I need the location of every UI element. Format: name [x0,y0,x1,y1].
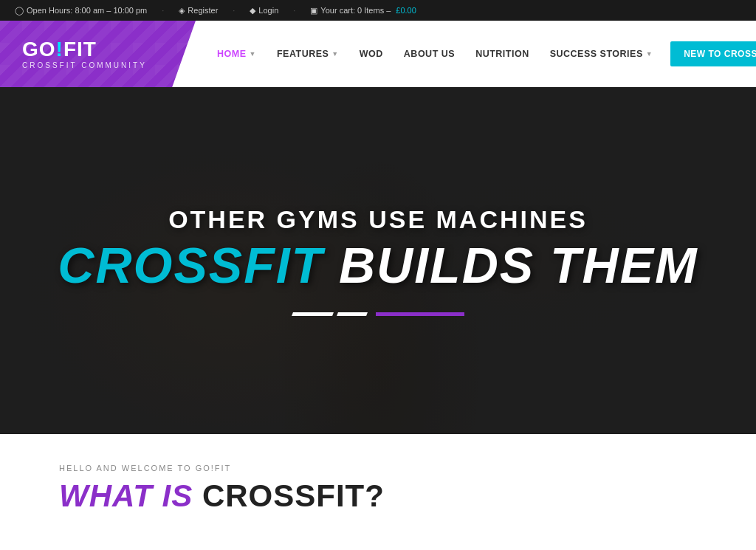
divider-slash-2 [337,312,368,316]
logo: GO!FIT CROSSFIT COMMUNITY [22,39,147,69]
welcome-heading-highlight: WHAT IS [59,478,193,513]
divider-bar [376,312,464,316]
nav-item-about[interactable]: ABOUT US [394,43,465,65]
hero-tagline: OTHER GYMS USE MACHINES [168,205,588,234]
cart-info[interactable]: ▣ Your cart: 0 Items – £0.00 [310,6,416,16]
nav-link-home[interactable]: HOME ▼ [207,43,267,65]
key-icon: ◆ [250,6,255,16]
nav-menu: HOME ▼ FEATURES ▼ WOD ABOUT US [207,41,756,66]
hero-headline-builds-text: BUILDS THEM [339,237,698,293]
nav-link-about[interactable]: ABOUT US [394,43,465,65]
nav-item-nutrition[interactable]: NUTRITION [465,43,540,65]
logo-subtitle: CROSSFIT COMMUNITY [22,61,147,69]
chevron-down-icon: ▼ [646,50,653,58]
chevron-down-icon: ▼ [250,50,256,58]
nav-link-features[interactable]: FEATURES ▼ [267,43,349,65]
header: GO!FIT CROSSFIT COMMUNITY HOME ▼ FEATURE… [0,21,756,87]
logo-area[interactable]: GO!FIT CROSSFIT COMMUNITY [0,21,196,87]
open-hours: ◯ Open Hours: 8:00 am – 10:00 pm [15,6,147,16]
nav-link-nutrition[interactable]: NUTRITION [465,43,540,65]
nav-link-wod[interactable]: WOD [349,43,394,65]
nav-item-home[interactable]: HOME ▼ [207,43,267,65]
hero-headline-crossfit: CROSSFIT [58,237,323,293]
logo-title: GO!FIT [22,39,147,60]
welcome-label: HELLO AND WELCOME TO GO!FIT [59,464,697,472]
clock-icon: ◯ [15,6,24,16]
register-icon: ◈ [179,6,185,16]
register-link[interactable]: ◈ Register [179,6,218,16]
welcome-section: HELLO AND WELCOME TO GO!FIT WHAT IS CROS… [0,434,756,536]
nav-link-cta[interactable]: NEW TO CROSSFIT? [670,41,756,66]
hero-content: OTHER GYMS USE MACHINES CROSSFIT BUILDS … [0,87,756,434]
welcome-heading: WHAT IS CROSSFIT? [59,478,697,514]
nav-item-features[interactable]: FEATURES ▼ [267,43,349,65]
cart-icon: ▣ [310,6,317,16]
nav-item-wod[interactable]: WOD [349,43,394,65]
welcome-heading-crossfit: CROSSFIT? [202,478,385,513]
chevron-down-icon: ▼ [331,50,338,58]
nav-item-success[interactable]: SUCCESS STORIES ▼ [540,43,663,65]
top-bar: ◯ Open Hours: 8:00 am – 10:00 pm · ◈ Reg… [0,0,756,21]
hero-divider [292,312,464,316]
hero-section: OTHER GYMS USE MACHINES CROSSFIT BUILDS … [0,87,756,434]
nav-link-success[interactable]: SUCCESS STORIES ▼ [540,43,663,65]
login-link[interactable]: ◆ Login [250,6,278,16]
nav-item-cta[interactable]: NEW TO CROSSFIT? [670,41,756,66]
hero-headline: CROSSFIT BUILDS THEM [58,240,698,290]
nav-area: HOME ▼ FEATURES ▼ WOD ABOUT US [196,21,756,87]
divider-slash-1 [292,312,334,316]
